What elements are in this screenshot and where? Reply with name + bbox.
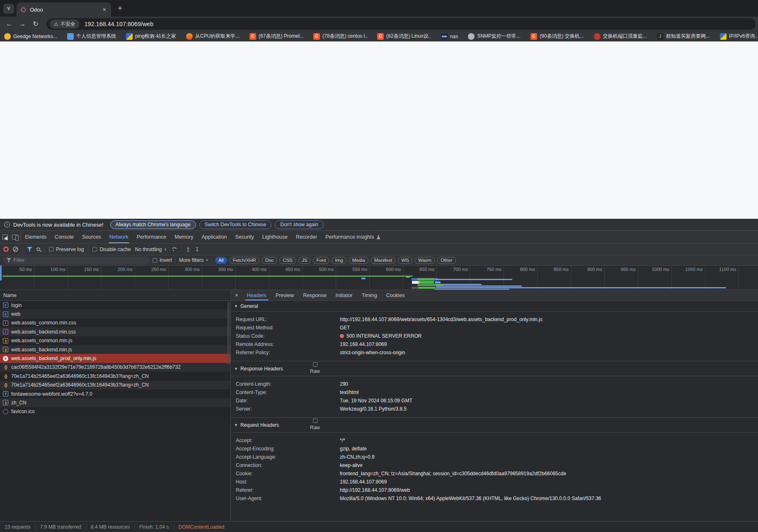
forward-icon[interactable]: → [17,19,27,29]
requests-scrollbar[interactable] [227,302,230,365]
bookmark-item[interactable]: C(90条消息) 交换机... [530,33,584,40]
request-row[interactable]: Tfontawesome-webfont.woff2?v=4.7.0 [0,389,230,398]
match-language-button[interactable]: Always match Chrome's language [110,220,196,229]
devtools-tab-network[interactable]: Network [105,231,133,243]
network-conditions-icon[interactable] [170,247,177,251]
request-row[interactable]: {}cac06f5584f42a3132f29e71e79e2189728a8b… [0,363,230,372]
request-row[interactable]: ×web.assets_backend_prod_only.min.js [0,354,230,363]
bookmark-item[interactable]: C(82条消息) Linux设... [377,33,431,40]
request-type-filter-ws[interactable]: WS [398,257,412,264]
switch-chinese-button[interactable]: Switch DevTools to Chinese [199,220,272,229]
request-row[interactable]: /web.assets_common.min.css [0,319,230,327]
request-type-filter-wasm[interactable]: Wasm [415,257,435,264]
security-chip[interactable]: ⚠ 不安全 [50,19,80,29]
more-filters-dropdown[interactable]: More filters ▾ [179,257,208,263]
dont-show-again-button[interactable]: Don't show again [275,220,324,229]
request-type-filter-all[interactable]: All [215,257,227,264]
bookmark-item[interactable]: C(67条消息) Promet... [249,33,303,40]
request-row[interactable]: {}70e1a714b25465eef2a63646960c13fc164943… [0,372,230,380]
devtools-tab-memory[interactable]: Memory [170,231,197,243]
bookmark-item[interactable]: BSMnas [441,33,458,40]
address-bar[interactable]: ⚠ 不安全 192.168.44.107:8069/web [46,18,756,30]
timeline-range-handle[interactable] [0,266,2,281]
back-icon[interactable]: ← [4,19,14,29]
filter-icon[interactable] [27,247,32,251]
collapse-icon[interactable]: ▼ [234,304,238,308]
bookmark-item[interactable]: Geedge Networks... [4,33,57,40]
checkbox-icon[interactable] [92,247,97,251]
request-type-filter-media[interactable]: Media [349,257,368,264]
reload-icon[interactable]: ↻ [31,19,41,29]
tab-search-chevron-icon[interactable]: ∨ [3,4,14,14]
requests-name-column-header[interactable]: Name [0,290,230,301]
details-tab-timing[interactable]: Timing [357,290,382,300]
bookmark-item[interactable]: 个人信息管理系统 [67,33,116,40]
request-row[interactable]: {}web.assets_backend.min.js [0,345,230,354]
devtools-tab-performance-insights[interactable]: Performance insights [321,231,384,243]
browser-tab-odoo[interactable]: Odoo × [17,2,111,17]
section-header[interactable]: ▼Request HeadersRaw [231,418,758,433]
request-type-filter-css[interactable]: CSS [279,257,296,264]
devtools-tab-security[interactable]: Security [231,231,258,243]
record-network-log-icon[interactable] [3,247,9,252]
details-tab-preview[interactable]: Preview [271,290,298,300]
export-har-icon[interactable]: ↧ [195,247,200,252]
checkbox-icon[interactable] [49,247,53,251]
request-type-filter-other[interactable]: Other [437,257,456,264]
disable-cache-checkbox[interactable]: Disable cache [92,247,131,252]
devtools-tab-performance[interactable]: Performance [133,231,171,243]
devtools-tab-elements[interactable]: Elements [21,231,51,243]
request-row[interactable]: /web.assets_backend.min.css [0,327,230,336]
checkbox-icon[interactable] [313,362,317,367]
request-row[interactable]: {}70e1a714b25465eef2a63646960c13fc164943… [0,381,230,389]
inspect-element-icon[interactable] [2,235,8,240]
checkbox-icon[interactable] [313,418,317,423]
checkbox-icon[interactable] [153,258,157,263]
raw-toggle[interactable]: Raw [307,362,323,374]
network-overview-timeline[interactable]: 50 ms100 ms150 ms200 ms250 ms300 ms350 m… [0,266,758,290]
collapse-icon[interactable]: ▼ [234,367,238,371]
request-type-filter-manifest[interactable]: Manifest [371,257,395,264]
details-tab-initiator[interactable]: Initiator [331,290,357,300]
request-type-filter-doc[interactable]: Doc [262,257,277,264]
collapse-icon[interactable]: ▼ [234,423,238,427]
import-har-icon[interactable]: ↥ [186,247,191,252]
clear-network-log-icon[interactable] [13,247,18,252]
throttling-dropdown[interactable]: No throttling ▾ [135,247,166,252]
bookmark-item[interactable]: 从CPU的获取来学... [186,33,240,40]
request-row[interactable]: {}zh_CN [0,398,230,407]
raw-toggle[interactable]: Raw [307,418,323,430]
device-toolbar-icon[interactable] [12,235,18,239]
request-type-filter-fetch-xhr[interactable]: Fetch/XHR [230,257,259,264]
new-tab-button[interactable]: + [118,3,122,13]
devtools-tab-lighthouse[interactable]: Lighthouse [258,231,292,243]
close-details-icon[interactable]: × [231,290,242,300]
filter-input[interactable] [13,257,146,263]
bookmark-item[interactable]: 交换机端口流量监... [594,33,647,40]
preserve-log-checkbox[interactable]: Preserve log [49,247,84,252]
request-row[interactable]: ≡web [0,310,230,318]
section-header[interactable]: ▼Response HeadersRaw [231,361,758,376]
request-type-filter-js[interactable]: JS [298,257,310,264]
request-row[interactable]: {}web.assets_common.min.js [0,336,230,345]
details-tab-headers[interactable]: Headers [242,290,271,300]
devtools-tab-recorder[interactable]: Recorder [292,231,321,243]
bookmark-item[interactable]: J都知道买新房要网... [657,33,710,40]
request-row[interactable]: favicon.ico [0,407,230,416]
bookmark-item[interactable]: SNMP监控一些常... [468,33,521,40]
bookmark-item[interactable]: C(78条消息) centos l... [313,33,367,40]
details-tab-cookies[interactable]: Cookies [382,290,409,300]
section-header[interactable]: ▼General [231,301,758,312]
devtools-tab-sources[interactable]: Sources [78,231,105,243]
filter-input-box[interactable] [3,256,149,264]
tab-close-icon[interactable]: × [102,6,107,13]
request-row[interactable]: ≡login [0,301,230,310]
details-tab-response[interactable]: Response [298,290,331,300]
bookmark-item[interactable]: ping检测-站长之家 [126,33,176,40]
bookmark-item[interactable]: IP/IPv6查询... [720,33,758,40]
devtools-tab-application[interactable]: Application [197,231,231,243]
request-type-filter-img[interactable]: Img [332,257,346,264]
search-icon[interactable] [36,247,40,251]
devtools-tab-console[interactable]: Console [51,231,78,243]
request-type-filter-font[interactable]: Font [313,257,329,264]
